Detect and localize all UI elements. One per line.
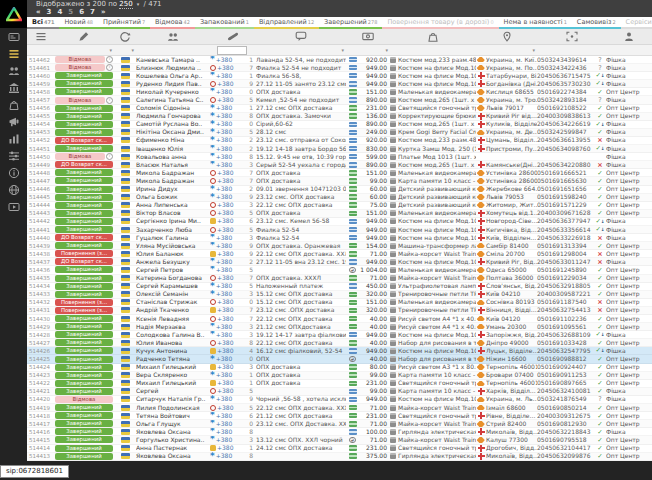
client-phone-cell[interactable]: *+380 <box>210 234 243 242</box>
order-status-badge[interactable]: Завершений <box>55 72 113 79</box>
order-status-badge[interactable]: Повернення (з... <box>55 299 113 306</box>
client-phone-cell[interactable]: *+380 <box>210 412 243 420</box>
order-status-badge[interactable]: Повернення (з... <box>55 307 113 314</box>
status-info-icon[interactable]: i <box>106 64 113 71</box>
filter-dropdown-caret-icon[interactable]: ▾ <box>532 47 535 53</box>
order-status-badge[interactable]: Завершений <box>55 210 113 217</box>
client-phone-cell[interactable]: *+380 <box>210 120 243 128</box>
order-status-badge[interactable]: Завершений <box>55 388 113 395</box>
order-status-badge[interactable]: ДО Возврат ск... <box>55 234 113 241</box>
column-header-person[interactable] <box>606 29 651 44</box>
order-status-badge[interactable]: Завершений <box>55 315 113 322</box>
order-status-badge[interactable]: Завершений <box>55 331 113 338</box>
order-status-badge[interactable]: Відмова <box>55 56 105 63</box>
order-status-badge[interactable]: Завершений <box>55 242 113 249</box>
filter-dropdown-caret-icon[interactable]: ▾ <box>341 47 344 53</box>
order-status-badge[interactable]: Завершений <box>55 428 113 435</box>
order-status-badge[interactable]: Завершений <box>55 105 113 112</box>
page-size-dropdown[interactable]: 250 <box>119 0 132 9</box>
order-status-badge[interactable]: Завершений <box>55 453 113 460</box>
order-status-badge[interactable]: Завершений <box>55 323 113 330</box>
client-phone-cell[interactable]: +380 <box>210 169 243 177</box>
order-status-badge[interactable]: Завершений <box>55 202 113 209</box>
order-status-badge[interactable]: Відмова <box>55 396 113 403</box>
column-header-refresh[interactable] <box>114 29 136 44</box>
status-info-icon[interactable]: i <box>106 56 113 63</box>
client-phone-cell[interactable]: *+380 <box>210 56 243 64</box>
order-status-badge[interactable]: Завершений <box>55 275 113 282</box>
client-phone-cell[interactable]: +380 <box>210 201 243 209</box>
client-phone-cell[interactable]: *+380 <box>210 395 243 403</box>
client-phone-cell[interactable]: *+380 <box>210 242 243 250</box>
client-phone-cell[interactable]: *+380 <box>210 104 243 112</box>
order-status-badge[interactable]: Завершений <box>55 129 113 136</box>
first-page-button[interactable]: « <box>36 8 41 17</box>
order-status-badge[interactable]: Відмова <box>55 97 105 104</box>
sidebar-item-settings-sliders[interactable] <box>0 147 27 164</box>
client-phone-cell[interactable]: *+380 <box>210 436 243 444</box>
client-phone-cell[interactable]: +380 <box>210 387 243 395</box>
order-status-badge[interactable]: Завершений <box>55 420 113 427</box>
page-button-3[interactable]: 3 <box>47 8 52 17</box>
client-phone-cell[interactable]: +380 <box>210 315 243 323</box>
client-phone-cell[interactable]: +380 <box>210 226 243 234</box>
order-status-badge[interactable]: Відмова <box>55 153 105 160</box>
client-phone-cell[interactable]: +380 <box>210 298 243 306</box>
client-phone-cell[interactable]: +380 <box>210 217 243 225</box>
filter-dropdown-caret-icon[interactable]: ▾ <box>109 47 112 53</box>
client-phone-cell[interactable]: *+380 <box>210 112 243 120</box>
order-status-badge[interactable]: Завершений <box>55 80 113 87</box>
order-status-badge[interactable]: Завершений <box>55 380 113 387</box>
sidebar-item-products-bag[interactable] <box>0 96 27 113</box>
client-phone-cell[interactable]: *+380 <box>210 452 243 460</box>
sidebar-item-company[interactable] <box>0 79 27 96</box>
client-phone-cell[interactable]: +380 <box>210 339 243 347</box>
order-status-badge[interactable]: Завершений <box>55 339 113 346</box>
sidebar-item-marketing-megaphone[interactable] <box>0 113 27 130</box>
client-phone-cell[interactable]: +380 <box>210 80 243 88</box>
order-status-badge[interactable]: Завершений <box>55 436 113 443</box>
order-status-badge[interactable]: ДО Возврат ск... <box>55 258 113 265</box>
order-status-badge[interactable]: Завершений <box>55 218 113 225</box>
page-button-6[interactable]: 6 <box>79 8 84 17</box>
sidebar-item-clients[interactable] <box>0 62 27 79</box>
client-phone-cell[interactable]: *+380 <box>210 136 243 144</box>
sidebar-item-video-tutorial[interactable] <box>0 198 27 215</box>
client-phone-cell[interactable]: +380 <box>210 347 243 355</box>
table-row[interactable]: 514413ЗавершенийЯковлева Оксана*+3808375… <box>27 453 652 461</box>
status-info-icon[interactable]: i <box>106 153 113 160</box>
column-header-bag[interactable] <box>390 29 476 44</box>
client-phone-cell[interactable]: *+380 <box>210 420 243 428</box>
client-phone-cell[interactable]: *+380 <box>210 88 243 96</box>
order-status-badge[interactable]: Відмова <box>55 64 105 71</box>
order-status-badge[interactable]: Завершений <box>55 177 113 184</box>
client-phone-cell[interactable]: *+380 <box>210 331 243 339</box>
client-phone-cell[interactable]: +380 <box>210 177 243 185</box>
sidebar-item-orders-list[interactable] <box>0 45 27 62</box>
order-status-badge[interactable]: Завершений <box>55 145 113 152</box>
client-phone-cell[interactable]: +380 <box>210 404 243 412</box>
order-status-badge[interactable]: Завершений <box>55 88 113 95</box>
page-button-4[interactable]: 4 <box>57 8 62 17</box>
client-phone-cell[interactable]: +380 <box>210 64 243 72</box>
filter-dropdown-caret-icon[interactable]: ▾ <box>385 47 388 53</box>
order-status-badge[interactable]: Повернення (з... <box>55 250 113 257</box>
client-phone-cell[interactable]: +380 <box>210 96 243 104</box>
client-phone-cell[interactable]: *+380 <box>210 355 243 363</box>
order-status-badge[interactable]: ДО Возврат ск... <box>55 161 113 168</box>
column-header-location-pin[interactable] <box>476 29 537 44</box>
sidebar-item-info[interactable] <box>0 164 27 181</box>
page-button-7[interactable]: 7 <box>90 8 95 17</box>
client-phone-cell[interactable]: +380 <box>210 379 243 387</box>
status-info-icon[interactable]: i <box>106 97 113 104</box>
app-logo[interactable] <box>0 0 27 28</box>
client-phone-cell[interactable]: *+380 <box>210 428 243 436</box>
client-phone-cell[interactable]: *+380 <box>210 72 243 80</box>
order-status-badge[interactable]: Завершений <box>55 186 113 193</box>
order-status-badge[interactable]: Завершений <box>55 291 113 298</box>
order-status-badge[interactable]: Завершений <box>55 347 113 354</box>
order-status-badge[interactable]: Завершений <box>55 445 113 452</box>
client-phone-cell[interactable]: *+380 <box>210 266 243 274</box>
client-phone-cell[interactable]: *+380 <box>210 258 243 266</box>
order-status-badge[interactable]: Завершений <box>55 169 113 176</box>
